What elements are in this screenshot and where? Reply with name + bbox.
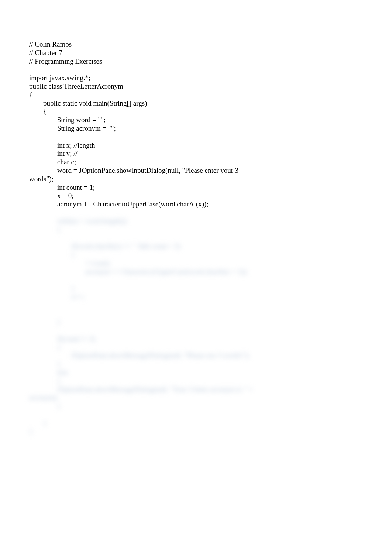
code-blurred-line: { xyxy=(29,343,363,352)
code-line: int y; // xyxy=(29,150,363,158)
code-blurred-line: } xyxy=(29,318,363,326)
code-blank-line xyxy=(29,209,363,217)
code-line: // Programming Exercises xyxy=(29,57,363,66)
code-blurred-line: } xyxy=(29,419,363,428)
code-blurred-section: while(x < word.length()) { if(word.charA… xyxy=(29,217,363,436)
code-blurred-line: JOptionPane.showMessageDialog(null, "You… xyxy=(29,385,363,394)
code-line: char c; xyxy=(29,158,363,167)
code-line: words"); xyxy=(29,175,363,183)
code-blurred-line: { xyxy=(29,377,363,385)
code-line: acronym += Character.toUpperCase(word.ch… xyxy=(29,200,363,209)
code-blurred-line: acronym); xyxy=(29,394,363,402)
code-blurred-line: { xyxy=(29,226,363,234)
code-blank-line xyxy=(29,65,363,74)
code-line: String acronym = ""; xyxy=(29,124,363,133)
code-blurred-line: acronym += Character.toUpperCase(word.ch… xyxy=(29,268,363,276)
code-line: String word = ""; xyxy=(29,116,363,124)
code-blurred-line: else xyxy=(29,368,363,377)
code-blurred-blank-line xyxy=(29,301,363,310)
code-blurred-line: } xyxy=(29,284,363,293)
code-visible-section: // Colin Ramos// Chapter 7// Programming… xyxy=(29,40,363,217)
code-blurred-line: { xyxy=(29,251,363,259)
code-blurred-blank-line xyxy=(29,411,363,419)
code-blurred-blank-line xyxy=(29,276,363,284)
code-line: import javax.swing.*; xyxy=(29,74,363,82)
code-line: // Chapter 7 xyxy=(29,49,363,57)
code-line: { xyxy=(29,107,363,116)
code-blurred-line: } xyxy=(29,360,363,368)
code-blurred-blank-line xyxy=(29,234,363,242)
code-line: int x; //length xyxy=(29,141,363,150)
code-blurred-line: x++; xyxy=(29,293,363,301)
code-blurred-line: ++count; xyxy=(29,259,363,268)
code-blurred-blank-line xyxy=(29,326,363,335)
code-blurred-blank-line xyxy=(29,310,363,318)
code-blurred-line: if(count != 3) xyxy=(29,335,363,343)
code-line: word = JOptionPane.showInputDialog(null,… xyxy=(29,167,363,175)
code-line: public static void main(String[] args) xyxy=(29,99,363,108)
code-line: { xyxy=(29,91,363,99)
code-blurred-line: while(x < word.length()) xyxy=(29,217,363,226)
code-blurred-line: } xyxy=(29,402,363,411)
code-line: int count = 1; xyxy=(29,183,363,192)
code-blurred-line: JOptionPane.showMessageDialog(null, "Ple… xyxy=(29,351,363,360)
code-blank-line xyxy=(29,133,363,141)
code-blurred-line: } xyxy=(29,428,363,436)
code-blurred-line: if(word.charAt(x) == ' ' && count < 3) xyxy=(29,242,363,251)
code-line: public class ThreeLetterAcronym xyxy=(29,82,363,91)
code-line: x = 0; xyxy=(29,192,363,200)
code-line: // Colin Ramos xyxy=(29,40,363,49)
